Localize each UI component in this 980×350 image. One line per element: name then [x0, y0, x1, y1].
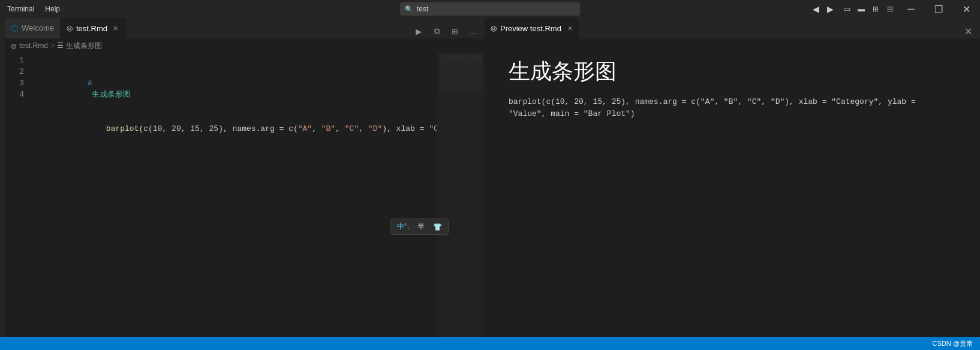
tab-test-rmd[interactable]: ◎ test.Rmd ✕ [61, 18, 127, 38]
code-comma2: , [181, 124, 191, 133]
split-editor-button[interactable]: ⧉ [429, 24, 444, 38]
code-comma6: , [359, 124, 368, 133]
layout-btn-1[interactable]: ▭ [840, 2, 854, 16]
preview-tab-close[interactable]: ✕ [567, 25, 573, 32]
minimap [437, 52, 485, 337]
preview-content: 生成条形图 barplot(c(10, 20, 15, 25), names.a… [485, 39, 980, 337]
preview-close-btn[interactable]: ✕ [961, 24, 975, 38]
statusbar-right-text: CSDN @贵南 [930, 339, 975, 348]
titlebar-controls: ◀ ▶ ▭ ▬ ⊞ ⊟ ─ ❐ ✕ [808, 0, 980, 18]
half-width-btn[interactable]: 半 [414, 220, 428, 233]
editor-area[interactable]: 1 2 3 4 # 生成条形图 barplot(c(10, 20, 15, 25… [5, 52, 485, 337]
line-num-4: 4 [5, 89, 24, 100]
layout-buttons: ◀ ▶ [808, 2, 837, 16]
preview-pane: ◎ Preview test.Rmd ✕ ✕ 生成条形图 barplot(c(1… [485, 18, 980, 337]
code-comma3: , [200, 124, 209, 133]
restore-button[interactable]: ❐ [925, 0, 952, 18]
breadcrumb-file[interactable]: test.Rmd [19, 41, 48, 50]
rmd-tab-icon: ◎ [67, 24, 73, 32]
line-num-2: 2 [5, 66, 24, 77]
activity-bar-strip [0, 18, 5, 337]
num-15: 15 [190, 124, 200, 133]
forward-button[interactable]: ▶ [823, 2, 837, 16]
preview-tab-icon: ◎ [491, 24, 497, 32]
minimize-button[interactable]: ─ [897, 0, 925, 18]
rmd-tab-close[interactable]: ✕ [111, 23, 121, 33]
code-line-2: # 生成条形图 [29, 66, 437, 112]
code-line-4 [29, 146, 437, 157]
welcome-tab-label: Welcome [22, 23, 54, 32]
line-num-1: 1 [5, 55, 24, 66]
breadcrumb: ◎ test.Rmd > ☰ 生成条形图 [5, 39, 485, 52]
statusbar: CSDN @贵南 [0, 337, 980, 350]
editor-tabbar: ⬡ Welcome ◎ test.Rmd ✕ ▶ ⧉ ⊞ … [5, 18, 485, 39]
back-button[interactable]: ◀ [808, 2, 823, 16]
code-args1: ), names.arg = c( [218, 124, 298, 133]
tab-preview[interactable]: ◎ Preview test.Rmd ✕ [485, 18, 579, 38]
preview-tabbar: ◎ Preview test.Rmd ✕ ✕ [485, 18, 980, 39]
fn-barplot: barplot [106, 124, 139, 133]
layout-btn-4[interactable]: ⊟ [883, 2, 897, 16]
breadcrumb-section-icon: ☰ [57, 41, 64, 50]
menu-terminal[interactable]: Terminal [2, 2, 39, 16]
code-editor[interactable]: # 生成条形图 barplot(c(10, 20, 15, 25), names… [29, 52, 437, 337]
chinese-input-btn[interactable]: 中°, [393, 220, 413, 233]
layout-btn-2[interactable]: ▬ [854, 2, 868, 16]
code-comma1: , [162, 124, 172, 133]
heading-text: 生成条形图 [88, 90, 131, 99]
line-numbers: 1 2 3 4 [5, 52, 29, 337]
breadcrumb-separator: > [50, 41, 55, 50]
code-args2: ), xlab = [382, 124, 429, 133]
breadcrumb-section[interactable]: 生成条形图 [66, 41, 102, 51]
search-icon: 🔍 [405, 5, 413, 13]
menu-help[interactable]: Help [40, 2, 65, 16]
code-paren-open: (c( [139, 124, 152, 133]
layout-btn-3[interactable]: ⊞ [868, 2, 883, 16]
search-input[interactable] [417, 5, 575, 13]
num-10: 10 [153, 124, 163, 133]
run-button[interactable]: ▶ [411, 24, 426, 38]
titlebar-search-box: 🔍 [400, 2, 580, 16]
more-actions-button[interactable]: … [465, 24, 480, 38]
heading-hash: # [88, 79, 92, 88]
code-line-1 [29, 55, 437, 66]
str-d: "D" [368, 124, 382, 133]
str-b: "B" [321, 124, 335, 133]
code-comma5: , [335, 124, 345, 133]
code-indent [88, 124, 106, 133]
welcome-tab-icon: ⬡ [11, 23, 18, 33]
str-c: "C" [345, 124, 359, 133]
str-a: "A" [298, 124, 312, 133]
num-25: 25 [209, 124, 219, 133]
line-num-3: 3 [5, 77, 24, 89]
titlebar: Terminal Help 🔍 ◀ ▶ ▭ ▬ ⊞ ⊟ ─ ❐ ✕ [0, 0, 980, 18]
close-button[interactable]: ✕ [952, 0, 980, 18]
preview-code-block: barplot(c(10, 20, 15, 25), names.arg = c… [509, 96, 956, 119]
code-comma4: , [312, 124, 321, 133]
tshirt-btn[interactable]: 👕 [429, 222, 446, 232]
code-line-3: barplot(c(10, 20, 15, 25), names.arg = c… [29, 112, 437, 146]
str-category: "Category" [429, 124, 437, 133]
preview-tab-actions: ✕ [961, 24, 980, 38]
tab-welcome[interactable]: ⬡ Welcome [5, 18, 61, 38]
tab-actions: ▶ ⧉ ⊞ … [407, 24, 485, 38]
rmd-tab-label: test.Rmd [76, 24, 107, 33]
titlebar-menus: Terminal Help [0, 2, 65, 16]
settings-button[interactable]: ⊞ [447, 24, 462, 38]
breadcrumb-file-icon: ◎ [11, 42, 17, 50]
editor-float-toolbar: 中°, 半 👕 [390, 219, 449, 235]
preview-tab-label: Preview test.Rmd [500, 24, 561, 33]
num-20: 20 [172, 124, 181, 133]
preview-title: 生成条形图 [509, 57, 956, 86]
